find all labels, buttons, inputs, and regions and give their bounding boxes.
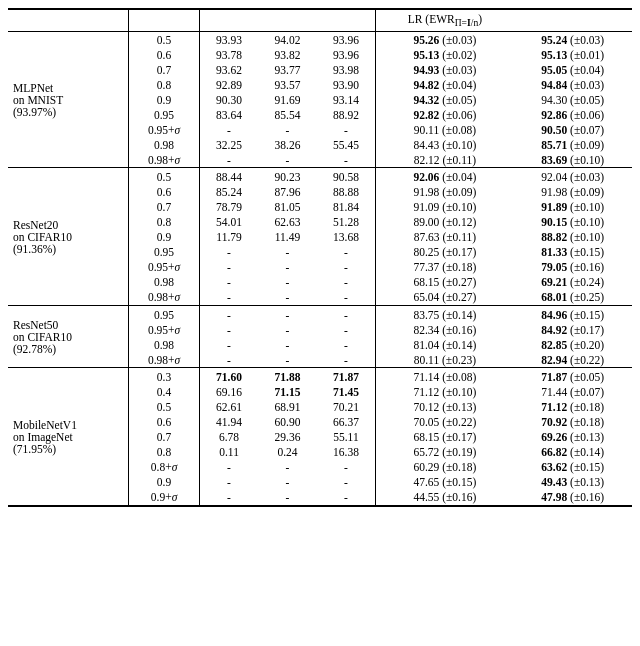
- lr-cell: 87.63 (±0.11): [376, 230, 514, 245]
- cbs-cell: -: [317, 460, 376, 475]
- lr-cell: 92.06 (±0.04): [376, 168, 514, 185]
- mp-cell: 93.62: [199, 62, 258, 77]
- mp-cell: 32.25: [199, 137, 258, 152]
- sparsity-cell: 0.9: [129, 92, 199, 107]
- sparsity-cell: 0.6: [129, 415, 199, 430]
- cbs-cell: 93.96: [317, 47, 376, 62]
- sparsity-cell: 0.95+σ: [129, 260, 199, 275]
- sparsity-cell: 0.7: [129, 430, 199, 445]
- ewr-cell: 71.87 (±0.05): [514, 368, 632, 385]
- network-cell: ResNet50on CIFAR10(92.78%): [8, 305, 129, 368]
- cbs-cell: 55.45: [317, 137, 376, 152]
- mp-cell: 83.64: [199, 107, 258, 122]
- cbs-cell: 93.96: [317, 32, 376, 48]
- ewr-cell: 79.05 (±0.16): [514, 260, 632, 275]
- mp-cell: 0.11: [199, 445, 258, 460]
- cbs-cell: 51.28: [317, 215, 376, 230]
- mp-cell: 93.93: [199, 32, 258, 48]
- wf-cell: 60.90: [258, 415, 316, 430]
- sparsity-cell: 0.5: [129, 168, 199, 185]
- ewr-cell: 83.69 (±0.10): [514, 152, 632, 168]
- mp-cell: -: [199, 322, 258, 337]
- ewr-cell: 92.04 (±0.03): [514, 168, 632, 185]
- cbs-cell: 81.84: [317, 200, 376, 215]
- wf-cell: -: [258, 460, 316, 475]
- wf-cell: 85.54: [258, 107, 316, 122]
- lr-cell: 70.12 (±0.13): [376, 400, 514, 415]
- cbs-cell: -: [317, 490, 376, 506]
- wf-cell: -: [258, 475, 316, 490]
- lr-cell: 95.26 (±0.03): [376, 32, 514, 48]
- wf-cell: 68.91: [258, 400, 316, 415]
- sparsity-cell: 0.6: [129, 47, 199, 62]
- cbs-cell: -: [317, 305, 376, 322]
- ewr-cell: 82.94 (±0.22): [514, 352, 632, 368]
- wf-cell: 93.57: [258, 77, 316, 92]
- sparsity-cell: 0.98: [129, 137, 199, 152]
- mp-cell: 11.79: [199, 230, 258, 245]
- mp-cell: -: [199, 475, 258, 490]
- lr-cell: 47.65 (±0.15): [376, 475, 514, 490]
- table-row: ResNet50on CIFAR10(92.78%)0.95---83.75 (…: [8, 305, 632, 322]
- wf-cell: -: [258, 152, 316, 168]
- sparsity-cell: 0.9: [129, 475, 199, 490]
- mp-cell: 85.24: [199, 185, 258, 200]
- ewr-cell: 94.84 (±0.03): [514, 77, 632, 92]
- sparsity-cell: 0.95: [129, 245, 199, 260]
- network-cell: MLPNeton MNIST(93.97%): [8, 32, 129, 168]
- header-network: [8, 9, 129, 32]
- wf-cell: 71.88: [258, 368, 316, 385]
- sparsity-cell: 0.7: [129, 62, 199, 77]
- ewr-cell: 66.82 (±0.14): [514, 445, 632, 460]
- sparsity-cell: 0.8: [129, 77, 199, 92]
- sparsity-cell: 0.4: [129, 385, 199, 400]
- lr-cell: 70.05 (±0.22): [376, 415, 514, 430]
- lr-cell: 95.13 (±0.02): [376, 47, 514, 62]
- lr-cell: 65.72 (±0.19): [376, 445, 514, 460]
- ewr-cell: 90.50 (±0.07): [514, 122, 632, 137]
- lr-cell: 80.11 (±0.23): [376, 352, 514, 368]
- table-header: LR (EWRΠ=I/n): [8, 9, 632, 32]
- cbs-cell: 71.45: [317, 385, 376, 400]
- cbs-cell: -: [317, 152, 376, 168]
- wf-cell: -: [258, 245, 316, 260]
- wf-cell: -: [258, 260, 316, 275]
- cbs-cell: 90.58: [317, 168, 376, 185]
- header-ewr: [514, 9, 632, 32]
- cbs-cell: -: [317, 475, 376, 490]
- wf-cell: 11.49: [258, 230, 316, 245]
- lr-cell: 81.04 (±0.14): [376, 337, 514, 352]
- table-row: MLPNeton MNIST(93.97%)0.593.9394.0293.96…: [8, 32, 632, 48]
- table-row: MobileNetV1on ImageNet(71.95%)0.371.6071…: [8, 368, 632, 385]
- mp-cell: -: [199, 460, 258, 475]
- mp-cell: -: [199, 305, 258, 322]
- cbs-cell: 55.11: [317, 430, 376, 445]
- wf-cell: -: [258, 122, 316, 137]
- header-wf: [258, 9, 316, 32]
- wf-cell: 94.02: [258, 32, 316, 48]
- wf-cell: -: [258, 490, 316, 506]
- lr-cell: 80.25 (±0.17): [376, 245, 514, 260]
- wf-cell: 62.63: [258, 215, 316, 230]
- cbs-cell: -: [317, 290, 376, 306]
- sparsity-cell: 0.6: [129, 185, 199, 200]
- cbs-cell: -: [317, 260, 376, 275]
- ewr-cell: 94.30 (±0.05): [514, 92, 632, 107]
- mp-cell: -: [199, 352, 258, 368]
- cbs-cell: -: [317, 122, 376, 137]
- lr-cell: 90.11 (±0.08): [376, 122, 514, 137]
- mp-cell: -: [199, 490, 258, 506]
- sparsity-cell: 0.8+σ: [129, 460, 199, 475]
- network-cell: ResNet20on CIFAR10(91.36%): [8, 168, 129, 306]
- mp-cell: 54.01: [199, 215, 258, 230]
- mp-cell: 78.79: [199, 200, 258, 215]
- ewr-cell: 85.71 (±0.09): [514, 137, 632, 152]
- lr-cell: 68.15 (±0.17): [376, 430, 514, 445]
- wf-cell: -: [258, 305, 316, 322]
- cbs-cell: 88.92: [317, 107, 376, 122]
- cbs-cell: -: [317, 245, 376, 260]
- sparsity-cell: 0.9+σ: [129, 490, 199, 506]
- header-sparsity: [129, 9, 199, 32]
- lr-cell: 71.14 (±0.08): [376, 368, 514, 385]
- wf-cell: 91.69: [258, 92, 316, 107]
